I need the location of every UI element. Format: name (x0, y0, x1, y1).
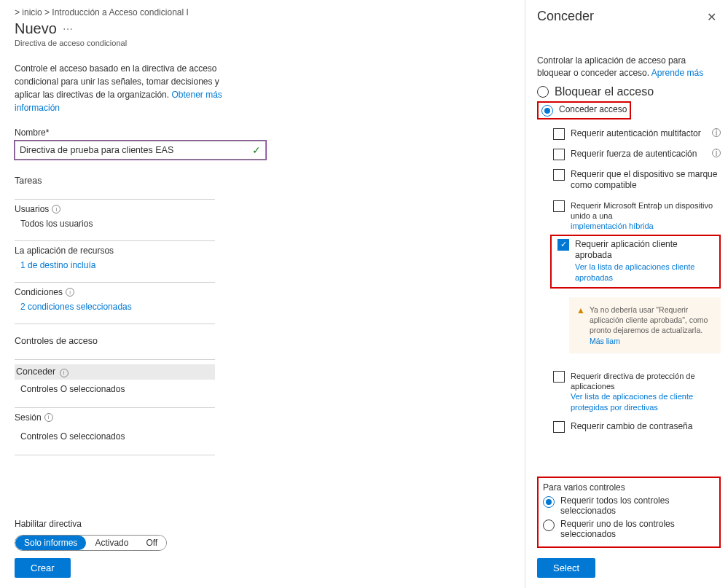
name-input-wrapper[interactable]: ✓ (15, 141, 266, 160)
radio-require-one[interactable]: Requerir uno de los controles selecciona… (543, 519, 715, 539)
opt-compliant[interactable]: Requerir que el dispositivo se marque co… (553, 165, 721, 196)
apps-label[interactable]: La aplicación de recursos (15, 246, 525, 256)
hybrid-link[interactable]: implementación híbrida (571, 222, 654, 230)
valid-check-icon: ✓ (252, 144, 261, 156)
opt-mfa[interactable]: Requerir autenticación multifactor i (553, 124, 721, 144)
divider (15, 282, 215, 283)
multi-controls-heading: Para varios controles (543, 482, 715, 493)
radio-icon[interactable] (543, 520, 555, 531)
opt-app-protection[interactable]: Requerir directiva de protección de apli… (553, 366, 721, 417)
panel-title: Conceder (537, 9, 594, 24)
info-icon[interactable]: i (66, 288, 74, 297)
radio-grant-access[interactable]: Conceder acceso (541, 104, 627, 117)
checkbox[interactable] (553, 200, 565, 212)
deprecation-warning: ▲ Ya no debería usar "Requerir aplicació… (569, 297, 721, 353)
toggle-on[interactable]: Activado (86, 536, 137, 550)
name-input[interactable] (20, 145, 252, 155)
warning-more-link[interactable]: Más liam (590, 337, 620, 345)
session-value: Controles O seleccionados (20, 431, 525, 442)
policy-description: Controle el acceso basado en la directiv… (15, 62, 233, 114)
panel-description: Controlar la aplicación de acceso para b… (537, 55, 721, 79)
session-label[interactable]: Sesión i (15, 412, 525, 423)
page-title: Nuevo (15, 20, 57, 37)
conditions-label[interactable]: Condiciones i (15, 287, 525, 297)
divider (15, 455, 215, 455)
opt-password-change[interactable]: Requerir cambio de contraseña (553, 417, 721, 437)
checkbox[interactable] (553, 169, 565, 181)
info-icon[interactable]: i (52, 205, 60, 213)
bottom-bar: Habilitar directiva Solo informes Activa… (15, 519, 525, 588)
divider (15, 199, 215, 200)
info-icon[interactable]: i (60, 369, 69, 377)
create-button[interactable]: Crear (15, 558, 71, 578)
checkbox[interactable]: ✓ (557, 239, 569, 251)
protection-list-link[interactable]: Ver lista de aplicaciones de cliente pro… (571, 392, 693, 411)
checkbox[interactable] (553, 149, 565, 160)
apps-value[interactable]: 1 de destino incluía (20, 260, 525, 270)
enable-policy-label: Habilitar directiva (15, 519, 525, 529)
checkbox[interactable] (553, 371, 565, 383)
breadcrumb[interactable]: > inicio > Introducción a Acceso condici… (15, 7, 525, 17)
tasks-heading: Tareas (15, 176, 525, 186)
select-button[interactable]: Select (537, 558, 595, 578)
enable-policy-toggle[interactable]: Solo informes Activado Off (15, 535, 167, 551)
checkbox[interactable] (553, 128, 565, 140)
divider (15, 407, 215, 408)
close-icon[interactable]: ✕ (702, 9, 721, 26)
conditions-value[interactable]: 2 condiciones seleccionadas (20, 302, 525, 312)
radio-icon[interactable] (541, 105, 553, 117)
radio-icon[interactable] (537, 86, 549, 98)
learn-more-link[interactable]: Aprende más (651, 68, 703, 78)
users-label[interactable]: Usuarios i (15, 204, 525, 214)
main-panel: > inicio > Introducción a Acceso condici… (0, 0, 525, 588)
users-value[interactable]: Todos los usuarios (20, 219, 525, 229)
access-controls-heading: Controles de acceso (15, 336, 525, 346)
toggle-report-only[interactable]: Solo informes (15, 536, 86, 550)
highlight-multi-controls: Para varios controles Requerir todos los… (537, 477, 721, 548)
grant-value: Controles O seleccionados (20, 384, 525, 394)
checkbox[interactable] (553, 421, 565, 433)
highlight-approved-app: ✓ Requerir aplicación cliente aprobada V… (550, 235, 721, 289)
approved-list-link[interactable]: Ver la lista de aplicaciones cliente apr… (575, 262, 694, 283)
divider (15, 240, 215, 241)
opt-auth-strength[interactable]: Requerir fuerza de autenticación i (553, 144, 721, 165)
more-menu-icon[interactable]: ⋯ (63, 23, 74, 35)
radio-icon[interactable] (543, 496, 555, 508)
radio-require-all[interactable]: Requerir todos los controles seleccionad… (543, 495, 715, 516)
divider (15, 324, 215, 324)
highlight-grant-access: Conceder acceso (537, 101, 631, 119)
grant-row[interactable]: Conceder i (15, 364, 215, 380)
opt-approved-app[interactable]: ✓ Requerir aplicación cliente aprobada V… (557, 238, 716, 286)
opt-hybrid[interactable]: Requerir Microsoft Entraþ un dispositivo… (553, 196, 721, 232)
name-label: Nombre* (15, 128, 525, 138)
info-icon[interactable]: i (712, 149, 721, 157)
info-icon[interactable]: i (712, 128, 721, 137)
warning-icon: ▲ (576, 305, 585, 346)
info-icon[interactable]: i (44, 413, 53, 422)
grant-panel: Conceder ✕ Controlar la aplicación de ac… (525, 0, 728, 588)
divider (15, 359, 215, 360)
radio-block-access[interactable]: Bloquear el acceso (537, 85, 721, 98)
page-subtitle: Directiva de acceso condicional (15, 39, 525, 47)
toggle-off[interactable]: Off (137, 536, 166, 550)
